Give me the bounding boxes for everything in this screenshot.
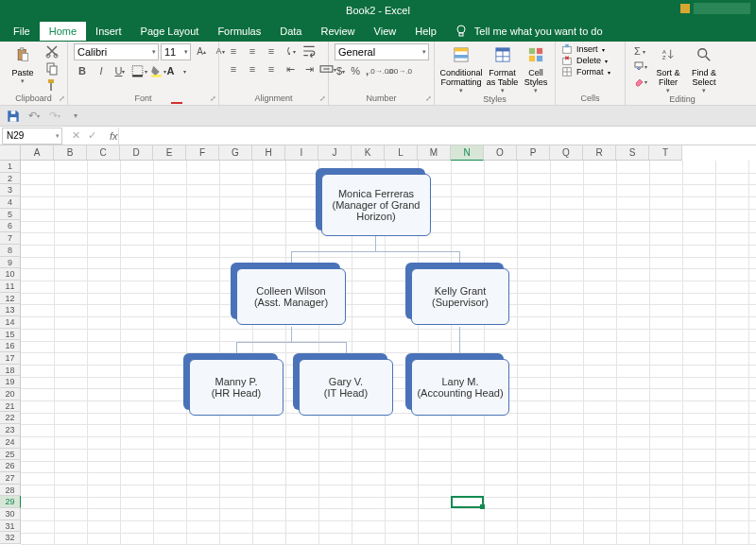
column-header[interactable]: R xyxy=(583,145,616,161)
column-header[interactable]: Q xyxy=(550,145,583,161)
row-header[interactable]: 8 xyxy=(0,245,21,257)
bold-button[interactable]: B xyxy=(74,63,91,78)
row-header[interactable]: 25 xyxy=(0,449,21,461)
row-header[interactable]: 21 xyxy=(0,400,21,413)
row-header[interactable]: 20 xyxy=(0,388,21,400)
row-header[interactable]: 4 xyxy=(0,196,21,209)
row-header[interactable]: 22 xyxy=(0,412,21,424)
increase-indent-button[interactable]: ⇥ xyxy=(301,61,318,77)
number-format-combo[interactable]: General▾ xyxy=(335,43,429,60)
delete-cells-button[interactable]: Delete▾ xyxy=(561,55,610,66)
tab-help[interactable]: Help xyxy=(405,22,446,41)
row-header[interactable]: 24 xyxy=(0,436,21,449)
format-as-table-button[interactable]: Format as Table▾ xyxy=(486,43,519,94)
enter-formula-button[interactable]: ✓ xyxy=(88,129,96,142)
column-header[interactable]: N xyxy=(451,145,484,161)
tab-page-layout[interactable]: Page Layout xyxy=(131,22,209,41)
row-header[interactable]: 32 xyxy=(0,532,21,544)
row-header[interactable]: 1 xyxy=(0,161,21,173)
tellme-search[interactable]: Tell me what you want to do xyxy=(454,24,603,39)
row-header[interactable]: 18 xyxy=(0,365,21,377)
paste-button[interactable]: Paste ▾ xyxy=(6,43,40,85)
increase-font-button[interactable]: A▴ xyxy=(193,43,210,59)
column-header[interactable]: O xyxy=(484,145,517,161)
redo-button[interactable]: ↷▾ xyxy=(47,109,62,124)
tab-home[interactable]: Home xyxy=(40,22,86,41)
clear-button[interactable]: ▾ xyxy=(631,74,648,89)
align-right-button[interactable]: ≡ xyxy=(263,61,280,77)
row-header[interactable]: 30 xyxy=(0,508,21,520)
column-header[interactable]: E xyxy=(153,145,186,161)
row-header[interactable]: 15 xyxy=(0,329,21,341)
underline-button[interactable]: U▾ xyxy=(112,63,129,78)
column-header[interactable]: L xyxy=(385,145,418,161)
column-header[interactable]: D xyxy=(120,145,153,161)
column-header[interactable]: F xyxy=(186,145,219,161)
orientation-button[interactable]: ⤹▾ xyxy=(282,43,299,59)
fill-button[interactable]: ▾ xyxy=(631,59,648,74)
cut-button[interactable] xyxy=(43,43,60,59)
insert-cells-button[interactable]: Insert▾ xyxy=(561,43,610,55)
row-header[interactable]: 7 xyxy=(0,232,21,245)
italic-button[interactable]: I xyxy=(93,63,110,78)
column-header[interactable]: K xyxy=(352,145,385,161)
row-header[interactable]: 2 xyxy=(0,173,21,185)
format-painter-button[interactable] xyxy=(43,77,60,93)
row-header[interactable]: 11 xyxy=(0,281,21,293)
column-header[interactable]: A xyxy=(21,145,54,161)
tab-file[interactable]: File xyxy=(4,22,40,41)
border-button[interactable]: ▾ xyxy=(130,63,147,78)
conditional-formatting-button[interactable]: Conditional Formatting▾ xyxy=(440,43,482,94)
row-header[interactable]: 31 xyxy=(0,520,21,533)
select-all-corner[interactable] xyxy=(0,145,21,161)
row-header[interactable]: 10 xyxy=(0,268,21,281)
tab-insert[interactable]: Insert xyxy=(86,22,131,41)
copy-button[interactable] xyxy=(43,60,60,76)
row-header[interactable]: 12 xyxy=(0,293,21,305)
row-header[interactable]: 28 xyxy=(0,485,21,497)
account-name[interactable] xyxy=(694,3,750,14)
alignment-launcher[interactable]: ⤢ xyxy=(319,94,326,103)
wrap-text-button[interactable] xyxy=(301,43,318,59)
row-header[interactable]: 17 xyxy=(0,352,21,365)
tab-view[interactable]: View xyxy=(365,22,406,41)
font-size-combo[interactable]: 11▾ xyxy=(161,43,191,60)
row-header[interactable]: 26 xyxy=(0,460,21,472)
column-header[interactable]: M xyxy=(418,145,451,161)
column-header[interactable]: B xyxy=(54,145,87,161)
row-header[interactable]: 23 xyxy=(0,424,21,436)
fill-color-button[interactable]: ▾ xyxy=(149,63,166,78)
fill-handle[interactable] xyxy=(480,504,485,509)
percent-button[interactable]: % xyxy=(349,63,362,78)
column-header[interactable]: T xyxy=(649,145,682,161)
accounting-format-button[interactable]: $▾ xyxy=(335,63,347,78)
align-bottom-button[interactable]: ≡ xyxy=(263,43,280,59)
cell-styles-button[interactable]: Cell Styles▾ xyxy=(523,43,549,94)
tab-formulas[interactable]: Formulas xyxy=(208,22,270,41)
tab-data[interactable]: Data xyxy=(270,22,311,41)
cancel-formula-button[interactable]: ✕ xyxy=(72,129,80,142)
column-header[interactable]: J xyxy=(318,145,352,161)
row-header[interactable]: 29 xyxy=(0,496,21,508)
active-cell[interactable] xyxy=(451,496,484,508)
undo-button[interactable]: ↶▾ xyxy=(26,109,42,124)
row-header[interactable]: 9 xyxy=(0,257,21,269)
fx-icon[interactable]: fx xyxy=(110,130,118,142)
column-header[interactable]: S xyxy=(616,145,649,161)
align-top-button[interactable]: ≡ xyxy=(225,43,242,59)
sort-filter-button[interactable]: AZ Sort & Filter▾ xyxy=(652,43,684,94)
align-center-button[interactable]: ≡ xyxy=(244,61,261,77)
decrease-indent-button[interactable]: ⇤ xyxy=(282,61,299,77)
find-select-button[interactable]: Find & Select▾ xyxy=(688,43,720,94)
row-header[interactable]: 14 xyxy=(0,316,21,329)
tab-review[interactable]: Review xyxy=(311,22,364,41)
name-box[interactable]: N29▾ xyxy=(2,128,62,145)
formula-bar[interactable] xyxy=(118,128,756,145)
worksheet[interactable]: ABCDEFGHIJKLMNOPQRST 1234567891011121314… xyxy=(0,145,756,545)
row-header[interactable]: 6 xyxy=(0,220,21,232)
font-name-combo[interactable]: Calibri▾ xyxy=(74,43,159,60)
column-header[interactable]: C xyxy=(87,145,120,161)
autosum-button[interactable]: Σ▾ xyxy=(631,43,648,59)
row-header[interactable]: 19 xyxy=(0,376,21,388)
row-header[interactable]: 5 xyxy=(0,209,21,221)
